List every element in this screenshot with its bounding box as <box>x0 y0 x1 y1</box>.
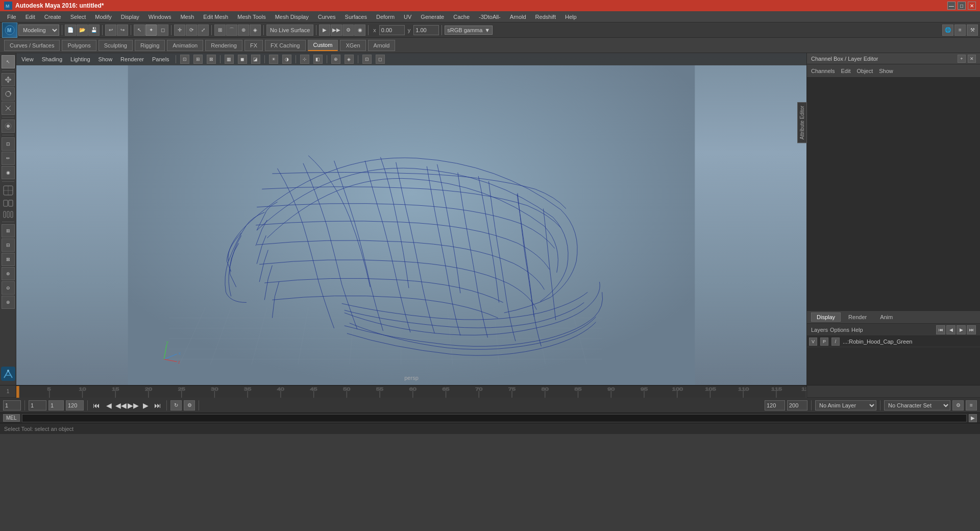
layers-forward-button[interactable]: ⏭ <box>967 325 976 334</box>
render-sequence-button[interactable]: ▶▶ <box>331 25 342 36</box>
menu-mesh-display[interactable]: Mesh Display <box>271 13 313 21</box>
play-forward-button[interactable]: ▶▶ <box>128 400 138 411</box>
step-forward-button[interactable]: ▶ <box>140 400 151 411</box>
value-x-input[interactable] <box>379 25 405 35</box>
options-tab[interactable]: Options <box>830 327 849 333</box>
menu-generate[interactable]: Generate <box>416 13 448 21</box>
vp-shaded-btn[interactable]: ◪ <box>251 55 260 64</box>
extra-tool-2[interactable]: ⊟ <box>2 238 15 252</box>
extra-tool-4[interactable]: ⊕ <box>2 267 15 280</box>
menu-cache[interactable]: Cache <box>449 13 474 21</box>
maximize-button[interactable]: □ <box>958 2 966 10</box>
play-back-button[interactable]: ◀◀ <box>116 400 126 411</box>
new-file-button[interactable]: 📄 <box>65 25 76 36</box>
layer-row[interactable]: V P / ...:Robin_Hood_Cap_Green <box>807 336 980 347</box>
ct-show[interactable]: Show <box>879 68 893 74</box>
show-manipulator[interactable] <box>2 119 15 133</box>
shelf-tab-rigging[interactable]: Rigging <box>135 40 165 51</box>
layer-type-btn[interactable]: / <box>831 337 840 346</box>
vp-hud-btn[interactable]: ◧ <box>313 55 323 64</box>
vp-aa-btn[interactable]: ◻ <box>376 55 385 64</box>
attribute-editor-tab[interactable]: Attribute Editor <box>797 102 807 143</box>
no-character-set-dropdown[interactable]: No Character Set <box>884 400 950 411</box>
menu-file[interactable]: File <box>3 13 20 21</box>
shelf-tab-custom[interactable]: Custom <box>308 40 338 51</box>
shelf-tab-fxcaching[interactable]: FX Caching <box>265 40 305 51</box>
vp-menu-lighting[interactable]: Lighting <box>68 55 92 63</box>
layer-visible-btn[interactable]: V <box>809 337 817 346</box>
menu-surfaces[interactable]: Surfaces <box>341 13 371 21</box>
shelf-tab-polygons[interactable]: Polygons <box>62 40 96 51</box>
tool-settings-button[interactable]: ⚒ <box>967 25 978 36</box>
menu-mesh[interactable]: Mesh <box>176 13 198 21</box>
range-end-input[interactable] <box>66 400 84 411</box>
step-back-button[interactable]: ◀ <box>104 400 114 411</box>
rotate-tool[interactable] <box>2 87 15 101</box>
render-current-button[interactable]: ▶ <box>319 25 330 36</box>
open-file-button[interactable]: 📂 <box>77 25 88 36</box>
lasso-tool[interactable]: ⊡ <box>2 137 15 151</box>
vp-isolate-btn[interactable]: ◈ <box>345 55 354 64</box>
layers-next-button[interactable]: ▶ <box>957 325 966 334</box>
snap-grid-button[interactable]: ⊞ <box>214 25 226 36</box>
title-bar-controls[interactable]: — □ ✕ <box>947 2 976 10</box>
redo-button[interactable]: ↪ <box>117 25 128 36</box>
lasso-tool-button[interactable]: ✦ <box>145 25 157 36</box>
scale-tool[interactable] <box>2 102 15 115</box>
layer-render-btn[interactable]: P <box>820 337 828 346</box>
move-tool-button[interactable]: ✛ <box>174 25 185 36</box>
menu-edit[interactable]: Edit <box>21 13 39 21</box>
render-global-button[interactable]: 🌐 <box>942 25 953 36</box>
help-tab[interactable]: Help <box>851 327 863 333</box>
menu-mesh-tools[interactable]: Mesh Tools <box>233 13 270 21</box>
goto-start-button[interactable]: ⏮ <box>91 400 102 411</box>
vp-menu-renderer[interactable]: Renderer <box>118 55 146 63</box>
paint-select-button[interactable]: ◻ <box>157 25 168 36</box>
anim-extra-button[interactable]: ≡ <box>966 400 977 411</box>
timeline-ruler[interactable]: 5 10 15 20 25 30 35 40 45 50 55 60 65 70… <box>16 385 806 398</box>
close-button[interactable]: ✕ <box>968 2 976 10</box>
mel-tag[interactable]: MEL <box>3 414 20 422</box>
shelf-tab-arnold[interactable]: Arnold <box>368 40 396 51</box>
shelf-tab-animation[interactable]: Animation <box>167 40 203 51</box>
vp-menu-panels[interactable]: Panels <box>150 55 172 63</box>
menu-3dtoall[interactable]: -3DtoAll- <box>475 13 505 21</box>
goto-end-button[interactable]: ⏭ <box>153 400 163 411</box>
vp-frame-all[interactable]: ⊠ <box>207 55 216 64</box>
anim-prefs-button[interactable]: ⚙ <box>184 400 195 411</box>
snap-curve-button[interactable]: ⌒ <box>226 25 237 36</box>
extra-tool-3[interactable]: ⊠ <box>2 253 15 266</box>
menu-deform[interactable]: Deform <box>372 13 399 21</box>
ct-channels[interactable]: Channels <box>811 68 835 74</box>
render-settings-button[interactable]: ⚙ <box>342 25 354 36</box>
snap-view-button[interactable]: ◈ <box>250 25 261 36</box>
rp-expand-button[interactable]: + <box>958 55 966 63</box>
menu-help[interactable]: Help <box>561 13 581 21</box>
dt-anim[interactable]: Anim <box>874 312 898 322</box>
vp-light-btn[interactable]: ☀ <box>269 55 278 64</box>
menu-display[interactable]: Display <box>117 13 143 21</box>
vp-menu-shading[interactable]: Shading <box>40 55 64 63</box>
menu-uv[interactable]: UV <box>400 13 415 21</box>
no-live-surface-label[interactable]: No Live Surface <box>266 25 313 36</box>
vp-menu-view[interactable]: View <box>19 55 36 63</box>
layers-tab[interactable]: Layers <box>811 327 828 333</box>
gamma-selector[interactable]: sRGB gamma ▼ <box>445 26 493 35</box>
mode-dropdown[interactable]: Modeling <box>18 25 59 36</box>
vp-cam-select[interactable]: ⊡ <box>180 55 189 64</box>
menu-select[interactable]: Select <box>66 13 90 21</box>
rp-close-button[interactable]: ✕ <box>968 55 976 63</box>
shelf-tab-fx[interactable]: FX <box>244 40 263 51</box>
dt-display[interactable]: Display <box>811 312 841 322</box>
display-tool-3[interactable] <box>2 209 15 220</box>
undo-button[interactable]: ↩ <box>105 25 116 36</box>
ct-edit[interactable]: Edit <box>841 68 850 74</box>
save-file-button[interactable]: 💾 <box>88 25 100 36</box>
paint-tool[interactable]: ✏ <box>2 152 15 165</box>
move-tool[interactable] <box>2 73 15 86</box>
current-frame-input[interactable] <box>3 400 21 411</box>
display-tool-2[interactable] <box>2 198 15 208</box>
dt-render[interactable]: Render <box>843 312 872 322</box>
shelf-tab-xgen[interactable]: XGen <box>340 40 365 51</box>
no-anim-layer-dropdown[interactable]: No Anim Layer <box>815 400 876 411</box>
